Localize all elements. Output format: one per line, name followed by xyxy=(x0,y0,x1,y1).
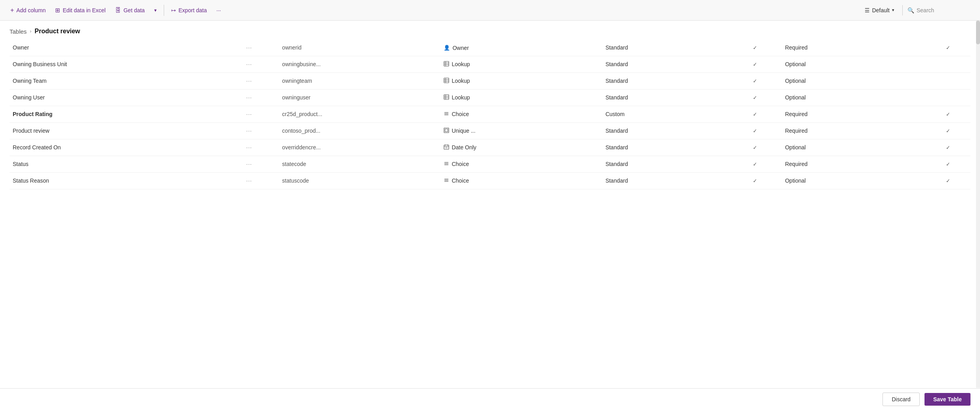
svg-rect-0 xyxy=(444,61,449,66)
more-options-button[interactable]: ··· xyxy=(212,5,225,16)
schema-name: cr25d_product... xyxy=(279,106,441,122)
schema-name: statecode xyxy=(279,156,441,172)
column-category: Standard xyxy=(602,139,728,156)
get-data-button[interactable]: 🗄 Get data xyxy=(111,4,149,16)
column-type: Choice xyxy=(440,106,602,122)
type-icon xyxy=(444,61,449,68)
requirement-label: Optional xyxy=(782,56,925,72)
get-data-label: Get data xyxy=(123,7,145,13)
searchable-check: ✓ xyxy=(728,72,782,89)
table-row[interactable]: Record Created On ··· overriddencre... 2… xyxy=(10,139,970,156)
search-box[interactable]: 🔍 Search xyxy=(902,5,974,15)
schema-name: ownerid xyxy=(279,40,441,56)
table-row[interactable]: Owner ··· ownerid 👤 Owner Standard ✓ Req… xyxy=(10,40,970,56)
type-label: Lookup xyxy=(452,61,470,67)
svg-rect-15 xyxy=(444,128,449,133)
row-more-button[interactable]: ··· xyxy=(243,122,279,139)
column-category: Standard xyxy=(602,40,728,56)
column-name: Owning Team xyxy=(10,72,243,89)
columns-table: Owner ··· ownerid 👤 Owner Standard ✓ Req… xyxy=(10,40,970,189)
searchable-check: ✓ xyxy=(728,40,782,56)
table-row[interactable]: Owning Team ··· owningteam Lookup Standa… xyxy=(10,72,970,89)
add-icon: + xyxy=(10,7,14,14)
row-more-button[interactable]: ··· xyxy=(243,72,279,89)
table-row[interactable]: Owning User ··· owninguser Lookup Standa… xyxy=(10,89,970,106)
searchable-check: ✓ xyxy=(728,139,782,156)
req-check: ✓ xyxy=(926,172,970,189)
table-row[interactable]: Status Reason ··· statuscode Choice Stan… xyxy=(10,172,970,189)
schema-name: owningteam xyxy=(279,72,441,89)
schema-name: owningbusine... xyxy=(279,56,441,72)
table-row[interactable]: Product review ··· contoso_prod... Uniqu… xyxy=(10,122,970,139)
type-label: Choice xyxy=(452,111,469,117)
type-icon: 21 xyxy=(444,144,449,151)
req-check: ✓ xyxy=(926,139,970,156)
toolbar: + Add column ⊞ Edit data in Excel 🗄 Get … xyxy=(0,0,980,21)
ellipsis-icon: ··· xyxy=(216,7,221,13)
breadcrumb-parent[interactable]: Tables xyxy=(10,28,27,35)
default-label: Default xyxy=(872,7,890,13)
column-category: Standard xyxy=(602,72,728,89)
column-type: Choice xyxy=(440,172,602,189)
column-name: Status Reason xyxy=(10,172,243,189)
req-check: ✓ xyxy=(926,156,970,172)
column-type: Unique ... xyxy=(440,122,602,139)
row-more-button[interactable]: ··· xyxy=(243,40,279,56)
column-category: Standard xyxy=(602,89,728,106)
column-category: Standard xyxy=(602,172,728,189)
database-icon: 🗄 xyxy=(115,7,121,13)
requirement-label: Required xyxy=(782,40,925,56)
edit-excel-label: Edit data in Excel xyxy=(63,7,105,13)
row-more-button[interactable]: ··· xyxy=(243,156,279,172)
column-name: Product Rating xyxy=(10,106,243,122)
edit-excel-button[interactable]: ⊞ Edit data in Excel xyxy=(51,4,109,16)
row-more-button[interactable]: ··· xyxy=(243,106,279,122)
req-check xyxy=(926,72,970,89)
scrollbar-track[interactable] xyxy=(976,21,980,383)
table-container: Owner ··· ownerid 👤 Owner Standard ✓ Req… xyxy=(0,40,980,383)
requirement-label: Optional xyxy=(782,72,925,89)
type-icon xyxy=(444,128,449,134)
table-row[interactable]: Product Rating ··· cr25d_product... Choi… xyxy=(10,106,970,122)
type-label: Unique ... xyxy=(452,128,475,134)
column-name: Owner xyxy=(10,40,243,56)
column-type: Lookup xyxy=(440,72,602,89)
req-check: ✓ xyxy=(926,106,970,122)
type-label: Date Only xyxy=(452,144,476,151)
column-type: Choice xyxy=(440,156,602,172)
scrollbar-thumb[interactable] xyxy=(976,21,980,44)
column-name: Owning Business Unit xyxy=(10,56,243,72)
search-label: Search xyxy=(917,7,934,13)
requirement-label: Required xyxy=(782,106,925,122)
table-row[interactable]: Status ··· statecode Choice Standard ✓ R… xyxy=(10,156,970,172)
row-more-button[interactable]: ··· xyxy=(243,56,279,72)
type-icon xyxy=(444,78,449,84)
searchable-check: ✓ xyxy=(728,156,782,172)
add-column-label: Add column xyxy=(16,7,46,13)
column-category: Standard xyxy=(602,56,728,72)
requirement-label: Optional xyxy=(782,89,925,106)
default-view-button[interactable]: ☰ Default ▾ xyxy=(860,5,899,16)
type-icon xyxy=(444,161,449,168)
req-check: ✓ xyxy=(926,122,970,139)
searchable-check: ✓ xyxy=(728,89,782,106)
searchable-check: ✓ xyxy=(728,172,782,189)
export-data-label: Export data xyxy=(178,7,207,13)
requirement-label: Required xyxy=(782,156,925,172)
column-name: Product review xyxy=(10,122,243,139)
svg-rect-8 xyxy=(444,95,449,99)
export-data-button[interactable]: ↦ Export data xyxy=(167,5,211,16)
row-more-button[interactable]: ··· xyxy=(243,139,279,156)
dropdown-arrow-button[interactable]: ▾ xyxy=(150,5,161,15)
type-label: Owner xyxy=(452,45,469,51)
row-more-button[interactable]: ··· xyxy=(243,172,279,189)
column-name: Owning User xyxy=(10,89,243,106)
schema-name: statuscode xyxy=(279,172,441,189)
table-row[interactable]: Owning Business Unit ··· owningbusine...… xyxy=(10,56,970,72)
row-more-button[interactable]: ··· xyxy=(243,89,279,106)
add-column-button[interactable]: + Add column xyxy=(6,4,50,16)
searchable-check: ✓ xyxy=(728,56,782,72)
column-type: Lookup xyxy=(440,89,602,106)
column-category: Standard xyxy=(602,122,728,139)
column-type: 21 Date Only xyxy=(440,139,602,156)
